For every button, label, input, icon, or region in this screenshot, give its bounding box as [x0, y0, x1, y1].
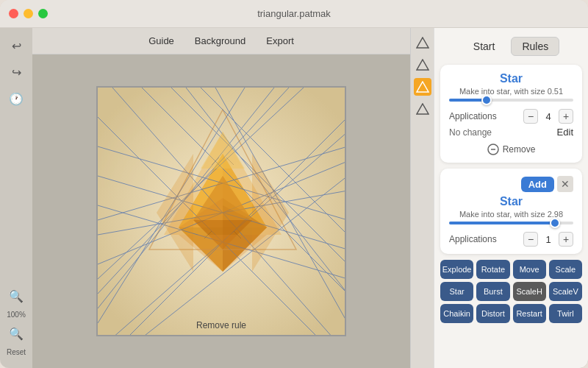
shape-panel: [410, 28, 434, 368]
guide-button[interactable]: Guide: [148, 35, 174, 46]
zoom-level: 100%: [7, 311, 26, 319]
rule1-slider-thumb[interactable]: [481, 95, 492, 105]
pattern-svg: [98, 88, 346, 336]
rule2-close[interactable]: ✕: [557, 176, 573, 192]
right-panel: Start Rules Star Make into star, with si…: [434, 28, 588, 368]
history-icon[interactable]: 🕐: [4, 87, 28, 110]
shape-item-1[interactable]: [414, 34, 431, 52]
close-button[interactable]: [9, 9, 18, 18]
titlebar: triangular.patmak: [0, 0, 588, 28]
rule1-decrement[interactable]: −: [523, 109, 538, 124]
canvas-label: Remove rule: [196, 320, 246, 330]
svg-marker-39: [417, 38, 429, 48]
tab-rules[interactable]: Rules: [511, 37, 559, 56]
rule1-remove[interactable]: Remove: [449, 144, 573, 155]
main-content: ↩ ↪ 🕐 🔍 100% 🔍 Reset Guide Background Ex…: [0, 28, 588, 368]
canvas-toolbar: Guide Background Export: [32, 28, 410, 54]
rule1-title: Star: [449, 72, 573, 85]
rule2-value: 1: [542, 234, 554, 245]
rule1-value: 4: [542, 111, 554, 122]
pattern-canvas[interactable]: [96, 86, 346, 336]
rule2-slider-track: [449, 222, 573, 224]
rule1-slider-wrapper[interactable]: [449, 96, 573, 105]
transform-grid: Explode Rotate Move Scale Star Burst Sca…: [440, 260, 582, 323]
transform-explode[interactable]: Explode: [440, 260, 473, 279]
rule1-subtitle: Make into star, with size 0.51: [449, 87, 573, 96]
rule2-increment[interactable]: +: [559, 232, 573, 247]
rule2-stepper: − 1 +: [523, 232, 573, 247]
rule2-applications-label: Applications: [449, 234, 497, 244]
svg-marker-42: [417, 104, 429, 114]
tab-start[interactable]: Start: [463, 38, 506, 55]
rule1-no-change: No change: [449, 127, 492, 138]
rule2-slider-wrapper[interactable]: [449, 219, 573, 227]
rule2-slider-thumb[interactable]: [550, 218, 560, 228]
transform-scalev[interactable]: ScaleV: [549, 282, 582, 301]
background-button[interactable]: Background: [195, 35, 245, 46]
rule1-applications-label: Applications: [449, 111, 497, 121]
transform-rotate[interactable]: Rotate: [476, 260, 509, 279]
transform-move[interactable]: Move: [513, 260, 546, 279]
tabs-header: Start Rules: [434, 28, 588, 62]
reset-label[interactable]: Reset: [7, 348, 26, 356]
transform-scale[interactable]: Scale: [549, 260, 582, 279]
rule2-action-row: Add ✕: [449, 176, 573, 192]
rule2-slider-fill: [449, 222, 555, 224]
window-title: triangular.patmak: [257, 8, 331, 19]
rule1-stepper: − 4 +: [523, 109, 573, 124]
rule1-applications-row: Applications − 4 +: [449, 109, 573, 124]
transform-restart[interactable]: Restart: [513, 304, 546, 323]
traffic-lights: [9, 9, 48, 18]
remove-icon: [487, 144, 499, 155]
svg-marker-41: [417, 82, 429, 92]
rule1-bottom-row: No change Edit: [449, 127, 573, 138]
transform-chaikin[interactable]: Chaikin: [440, 304, 473, 323]
rule-card-1: Star Make into star, with size 0.51 Appl…: [440, 65, 582, 163]
svg-marker-40: [417, 60, 429, 70]
zoom-in-icon[interactable]: 🔍: [4, 284, 28, 308]
remove-label: Remove: [503, 144, 536, 155]
rule2-title: Star: [449, 195, 573, 208]
shape-item-2[interactable]: [414, 56, 431, 74]
undo-icon[interactable]: ↩: [4, 34, 28, 57]
app-window: triangular.patmak ↩ ↪ 🕐 🔍 100% 🔍 Reset G…: [0, 0, 588, 368]
transform-star[interactable]: Star: [440, 282, 473, 301]
add-button[interactable]: Add: [521, 177, 554, 192]
transform-scaleh[interactable]: ScaleH: [513, 282, 546, 301]
rule1-increment[interactable]: +: [559, 109, 573, 124]
canvas-area: Guide Background Export: [32, 28, 410, 368]
rule2-applications-row: Applications − 1 +: [449, 232, 573, 247]
export-button[interactable]: Export: [266, 35, 294, 46]
zoom-out-icon[interactable]: 🔍: [4, 322, 28, 345]
maximize-button[interactable]: [38, 9, 48, 18]
left-sidebar: ↩ ↪ 🕐 🔍 100% 🔍 Reset: [0, 28, 32, 368]
sidebar-bottom: 🔍 100% 🔍 Reset: [4, 284, 28, 362]
rule1-slider-track: [449, 99, 573, 102]
canvas-main: Remove rule: [32, 54, 410, 368]
redo-icon[interactable]: ↪: [4, 60, 28, 84]
transform-distort[interactable]: Distort: [476, 304, 509, 323]
shape-item-3[interactable]: [414, 78, 431, 96]
transform-burst[interactable]: Burst: [476, 282, 509, 301]
rule-card-2: Add ✕ Star Make into star, with size 2.9…: [440, 169, 582, 254]
shape-item-4[interactable]: [414, 100, 431, 118]
rule1-edit[interactable]: Edit: [557, 127, 573, 138]
transform-twirl[interactable]: Twirl: [549, 304, 582, 323]
minimize-button[interactable]: [24, 9, 33, 18]
rule2-decrement[interactable]: −: [523, 232, 538, 247]
